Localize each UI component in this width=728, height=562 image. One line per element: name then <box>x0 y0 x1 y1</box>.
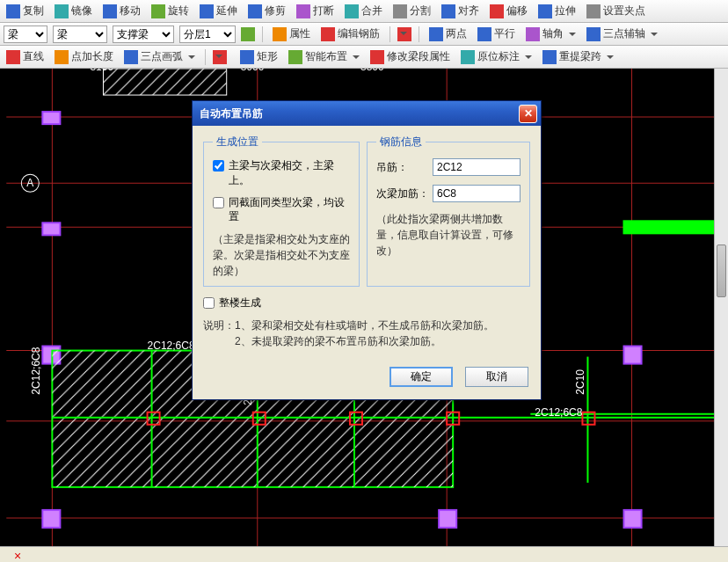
break-icon <box>296 4 310 18</box>
svg-text:2C12;6C8: 2C12;6C8 <box>30 347 42 394</box>
svg-rect-40 <box>623 220 722 234</box>
twopoint-button[interactable]: 两点 <box>426 25 470 43</box>
break-button[interactable]: 打断 <box>294 2 337 20</box>
toolbar-edit: 复制 镜像 移动 旋转 延伸 修剪 打断 合并 分割 对齐 偏移 拉伸 设置夹点 <box>0 0 728 23</box>
rebar-legend: 钢筋信息 <box>376 135 426 150</box>
rebar-note: （此处指次梁两侧共增加数量，信息取自计算设置，可修改） <box>376 211 521 259</box>
origlabel-button[interactable]: 原位标注 <box>458 47 535 66</box>
position-group: 生成位置 主梁与次梁相交，主梁上。 同截面同类型次梁，均设置 （主梁是指梁相交处… <box>203 135 360 287</box>
cancel-button[interactable]: 取消 <box>465 367 528 387</box>
beam-select[interactable]: 梁 <box>53 26 107 43</box>
auto-rebar-dialog: 自动布置吊筋 ✕ 生成位置 主梁与次梁相交，主梁上。 同截面同类型次梁，均设置 … <box>192 100 542 400</box>
toolbar-draw: 直线 点加长度 三点画弧 矩形 智能布置 修改梁段属性 原位标注 重提梁跨 <box>0 46 728 69</box>
autoplace-icon <box>288 50 302 64</box>
copy-button[interactable]: 复制 <box>4 2 47 20</box>
diaojin-input[interactable] <box>433 158 521 176</box>
rotate-icon <box>151 4 165 18</box>
align-icon <box>441 4 455 18</box>
arc-icon <box>124 50 138 64</box>
ciliang-input[interactable] <box>433 185 521 202</box>
level-select[interactable]: 分层1 <box>179 26 236 43</box>
props-icon <box>273 27 287 41</box>
twopoint-icon <box>429 27 443 41</box>
svg-text:2C10: 2C10 <box>574 369 586 395</box>
ok-button[interactable]: 确定 <box>389 367 453 387</box>
parallel-icon <box>477 27 491 41</box>
position-legend: 生成位置 <box>213 135 262 150</box>
mirror-button[interactable]: 镜像 <box>52 2 95 20</box>
label-icon <box>461 50 475 64</box>
stretch-button[interactable]: 拉伸 <box>535 2 579 20</box>
chk-same[interactable]: 同截面同类型次梁，均设置 <box>213 195 350 225</box>
corner-dropdown[interactable] <box>397 27 411 41</box>
pointlen-button[interactable]: 点加长度 <box>52 47 116 66</box>
rextract-icon <box>542 50 557 64</box>
editrebar-button[interactable]: 编辑钢筋 <box>318 25 382 43</box>
align-button[interactable]: 对齐 <box>439 2 482 20</box>
svg-text:2C12;6C8: 2C12;6C8 <box>535 406 582 419</box>
autoplace-button[interactable]: 智能布置 <box>286 47 362 66</box>
trim-button[interactable]: 修剪 <box>245 2 288 20</box>
grip-icon <box>586 4 601 18</box>
vertical-scrollbar[interactable] <box>714 69 728 562</box>
mirror-icon <box>55 4 69 18</box>
stretch-icon <box>538 4 552 18</box>
offset-icon <box>490 4 504 18</box>
dim-1: 3100 <box>90 69 113 73</box>
eye-icon[interactable] <box>241 27 255 41</box>
position-note: （主梁是指梁相交处为支座的梁。次梁是指相交处不为支座的梁） <box>213 231 350 279</box>
svg-rect-28 <box>43 511 59 527</box>
diaojin-label: 吊筋： <box>376 160 429 175</box>
svg-text:A: A <box>26 177 33 189</box>
editseg-button[interactable]: 修改梁段属性 <box>368 47 453 66</box>
dialog-title: 自动布置吊筋 <box>200 106 263 121</box>
chk-main[interactable]: 主梁与次梁相交，主梁上。 <box>213 158 350 188</box>
svg-rect-26 <box>625 347 641 363</box>
ciliang-label: 次梁加筋： <box>376 186 429 201</box>
rect-icon <box>240 50 254 64</box>
setgrip-button: 设置夹点 <box>584 2 648 20</box>
editseg-icon <box>370 50 384 64</box>
axisangle-button[interactable]: 轴角 <box>523 25 579 43</box>
merge-button[interactable]: 合并 <box>342 2 385 20</box>
extend-icon <box>200 4 214 18</box>
threepoint-icon <box>586 27 601 41</box>
props-button[interactable]: 属性 <box>270 25 313 43</box>
chk-main-input[interactable] <box>213 160 224 172</box>
chk-same-input[interactable] <box>213 197 224 208</box>
dim-2: 3900 <box>241 69 265 73</box>
move-icon <box>103 4 117 18</box>
rotate-button[interactable]: 旋转 <box>149 2 192 20</box>
rebar-icon <box>321 27 335 41</box>
svg-rect-16 <box>43 223 59 234</box>
chk-whole-input[interactable] <box>203 297 215 309</box>
scrollbar-thumb[interactable] <box>717 245 726 297</box>
dialog-titlebar[interactable]: 自动布置吊筋 ✕ <box>193 101 541 126</box>
rebar-group: 钢筋信息 吊筋： 次梁加筋： （此处指次梁两侧共增加数量，信息取自计算设置，可修… <box>367 135 530 287</box>
threearc-button[interactable]: 三点画弧 <box>121 47 198 66</box>
svg-rect-30 <box>440 511 455 527</box>
dim-3: 3300 <box>360 69 384 73</box>
copy-icon <box>6 4 20 18</box>
rextract-button[interactable]: 重提梁跨 <box>540 47 616 66</box>
split-button: 分割 <box>390 2 433 20</box>
close-button[interactable]: ✕ <box>519 105 537 123</box>
move-button[interactable]: 移动 <box>100 2 143 20</box>
close-icon: ✕ <box>524 107 533 120</box>
rect-button[interactable]: 矩形 <box>237 47 280 66</box>
offset-button[interactable]: 偏移 <box>487 2 530 20</box>
status-close-icon[interactable]: × <box>14 549 21 562</box>
threepoint-button[interactable]: 三点辅轴 <box>584 25 660 43</box>
split-icon <box>393 4 407 18</box>
svg-text:2C12;6C8: 2C12;6C8 <box>148 339 195 352</box>
trim-icon <box>248 4 262 18</box>
parallel-button[interactable]: 平行 <box>475 25 518 43</box>
support-select[interactable]: 支撑梁 <box>113 26 174 43</box>
line-button[interactable]: 直线 <box>4 47 47 66</box>
layer-select-1[interactable]: 梁 <box>4 26 47 43</box>
chk-whole[interactable]: 整楼生成 <box>203 296 530 310</box>
extend-button[interactable]: 延伸 <box>197 2 240 20</box>
shape-dropdown[interactable] <box>213 50 227 64</box>
angle-icon <box>526 27 540 41</box>
toolbar-layer: 梁 梁 支撑梁 分层1 属性 编辑钢筋 两点 平行 轴角 三点辅轴 <box>0 23 728 46</box>
